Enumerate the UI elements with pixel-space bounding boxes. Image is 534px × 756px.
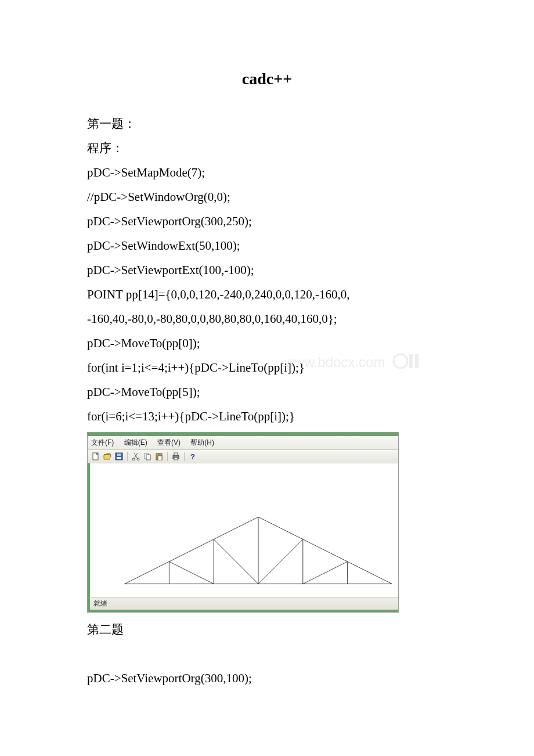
svg-rect-12 [158,453,160,455]
window-frame-bottom [88,610,398,612]
status-text: 就绪 [93,599,107,607]
toolbar-separator [127,452,128,461]
menu-edit[interactable]: 编辑(E) [124,438,147,447]
new-icon[interactable] [91,452,100,461]
help-icon[interactable]: ? [188,452,197,461]
code-line: pDC->MoveTo(pp[5]); [87,380,447,404]
truss-drawing [119,510,398,591]
page: cadc++ 第一题： 程序： pDC->SetMapMode(7); //pD… [0,0,534,725]
code-line: pDC->SetViewportExt(100,-100); [87,258,447,282]
question-1-heading: 第一题： [87,111,447,136]
code-line: for(int i=1;i<=4;i++){pDC->LineTo(pp[i])… [87,355,447,380]
svg-rect-1 [409,354,413,368]
menu-view[interactable]: 查看(V) [157,438,181,447]
question-2-heading: 第二题 [87,617,447,642]
svg-rect-15 [174,453,178,455]
watermark-icon: www.bdocx.com [284,352,424,373]
code-line: for(i=6;i<=13;i++){pDC->LineTo(pp[i]);} [87,404,447,429]
spacer [87,642,447,666]
svg-point-0 [394,354,407,368]
save-icon[interactable] [114,452,124,461]
code-line: -160,40,-80,0,-80,80,0,0,80,80,80,0,160,… [87,307,447,331]
svg-rect-16 [174,458,178,460]
print-icon[interactable] [171,452,181,461]
code-line: pDC->SetMapMode(7); [87,160,447,185]
menubar: 文件(F) 编辑(E) 查看(V) 帮助(H) [88,436,398,450]
svg-rect-5 [117,457,121,459]
drawing-canvas [88,463,398,597]
menu-file[interactable]: 文件(F) [91,438,114,447]
svg-point-7 [132,458,135,460]
toolbar: ? [88,450,398,463]
paste-icon[interactable] [154,452,164,461]
program-label: 程序： [87,136,447,160]
statusbar: 就绪 [88,597,398,610]
code-line: POINT pp[14]={0,0,0,120,-240,0,240,0,0,1… [87,282,447,307]
code-line: pDC->SetWindowExt(50,100); [87,233,447,258]
svg-point-8 [137,458,139,460]
svg-rect-2 [415,354,418,368]
svg-text:?: ? [190,452,195,460]
code-line: pDC->MoveTo(pp[0]); [87,331,447,355]
code-line: pDC->SetViewportOrg(300,100); [87,666,447,690]
copy-icon[interactable] [143,452,152,461]
window-inner: 文件(F) 编辑(E) 查看(V) 帮助(H) [88,436,398,610]
code-line: //pDC->SetWindowOrg(0,0); [87,185,447,209]
svg-rect-13 [158,456,162,460]
svg-rect-10 [146,455,150,460]
toolbar-separator [167,452,168,461]
code-text: for(int i=1;i<=4;i++){pDC->LineTo(pp[i])… [87,361,305,375]
menu-help[interactable]: 帮助(H) [190,438,214,447]
code-line: pDC->SetViewportOrg(300,250); [87,209,447,233]
toolbar-separator [184,452,185,461]
cut-icon[interactable] [131,452,140,461]
page-title: cadc++ [87,70,447,88]
open-icon[interactable] [103,452,112,461]
svg-rect-6 [117,453,121,456]
app-screenshot: 文件(F) 编辑(E) 查看(V) 帮助(H) [87,432,399,613]
